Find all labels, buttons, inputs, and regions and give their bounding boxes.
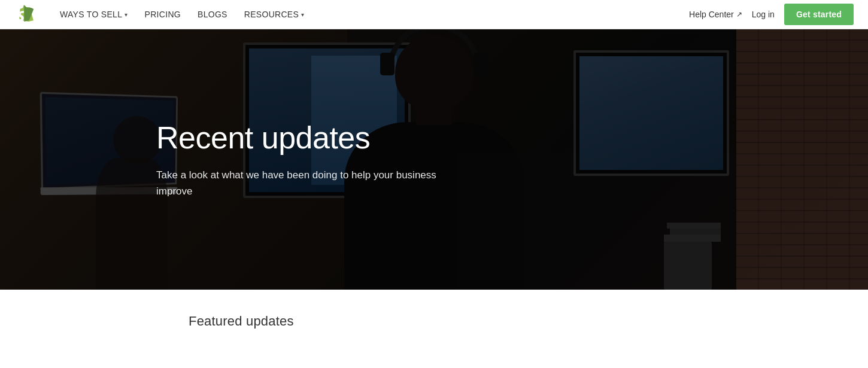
nav-links: WAYS TO SELL ▾ PRICING BLOGS RESOURCES ▾: [53, 0, 689, 29]
resources-chevron-icon: ▾: [301, 11, 304, 18]
featured-updates-title: Featured updates: [189, 314, 679, 329]
nav-blogs[interactable]: BLOGS: [190, 0, 235, 29]
navbar-right: Help Center ↗ Log in Get started: [689, 4, 854, 25]
help-center-arrow-icon: ↗: [736, 10, 742, 19]
hero-title: Recent updates: [156, 120, 450, 156]
navbar: WAYS TO SELL ▾ PRICING BLOGS RESOURCES ▾…: [0, 0, 868, 29]
hero-section: Recent updates Take a look at what we ha…: [0, 29, 868, 290]
nav-ways-to-sell[interactable]: WAYS TO SELL ▾: [53, 0, 135, 29]
login-link[interactable]: Log in: [752, 10, 775, 19]
hero-content: Recent updates Take a look at what we ha…: [156, 120, 450, 199]
nav-resources[interactable]: RESOURCES ▾: [237, 0, 312, 29]
hero-subtitle: Take a look at what we have been doing t…: [156, 168, 450, 199]
content-inner: Featured updates: [165, 314, 703, 329]
shopify-logo-icon: [14, 5, 34, 24]
nav-pricing[interactable]: PRICING: [138, 0, 188, 29]
ways-to-sell-chevron-icon: ▾: [125, 11, 128, 18]
help-center-link[interactable]: Help Center ↗: [689, 10, 742, 19]
content-section: Featured updates: [0, 290, 868, 368]
shopify-logo[interactable]: [14, 5, 34, 24]
get-started-button[interactable]: Get started: [784, 4, 854, 25]
